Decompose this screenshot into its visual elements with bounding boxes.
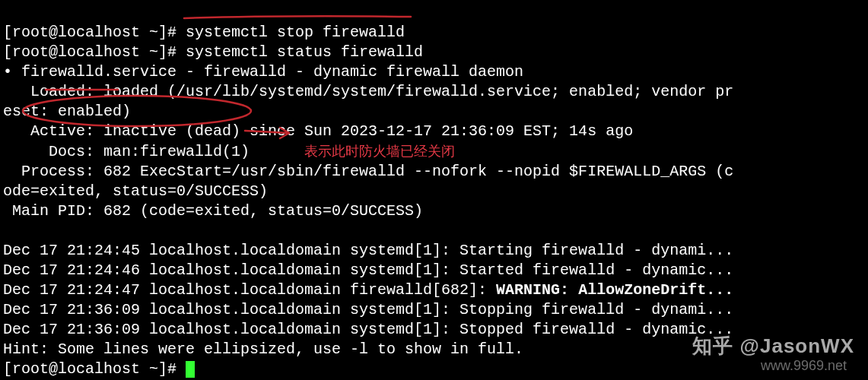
annotation-text: 表示此时防火墙已经关闭 [304, 144, 455, 159]
unit-description: firewalld.service - firewalld - dynamic … [12, 63, 523, 81]
terminal-output: [root@localhost ~]# systemctl stop firew… [0, 0, 868, 380]
mainpid-line: Main PID: 682 (code=exited, status=0/SUC… [3, 202, 423, 220]
hint-line: Hint: Some lines were ellipsized, use -l… [3, 340, 523, 358]
journal-line: Dec 17 21:36:09 localhost.localdomain sy… [3, 321, 733, 338]
journal-line: Dec 17 21:36:09 localhost.localdomain sy… [3, 301, 733, 318]
process-line: Process: 682 ExecStart=/usr/sbin/firewal… [3, 163, 733, 180]
journal-warning: WARNING: AllowZoneDrift... [496, 281, 733, 299]
docs-line: Docs: man:firewalld(1) [3, 143, 250, 160]
status-bullet: • [3, 63, 12, 81]
prompt: [root@localhost ~]# [3, 43, 186, 61]
command-text: systemctl stop firewalld [186, 24, 405, 41]
command-text: systemctl status firewalld [186, 43, 423, 61]
journal-line: Dec 17 21:24:47 localhost.localdomain fi… [3, 281, 496, 299]
journal-line: Dec 17 21:24:46 localhost.localdomain sy… [3, 261, 733, 279]
active-status: Active: inactive (dead) since Sun 2023-1… [3, 122, 633, 140]
journal-line: Dec 17 21:24:45 localhost.localdomain sy… [3, 242, 715, 259]
process-line-cont: ode=exited, status=0/SUCCESS) [3, 182, 268, 200]
url-watermark: www.9969.net [761, 356, 847, 375]
zhihu-watermark: 知乎 @JasonWX [692, 336, 854, 356]
prompt: [root@localhost ~]# [3, 24, 186, 41]
prompt: [root@localhost ~]# [3, 360, 186, 378]
journal-line-dots: .. [715, 242, 733, 259]
terminal-cursor[interactable] [186, 361, 195, 378]
loaded-status: Loaded: loaded (/usr/lib/systemd/system/… [3, 83, 733, 100]
loaded-status-cont: eset: enabled) [3, 103, 131, 120]
